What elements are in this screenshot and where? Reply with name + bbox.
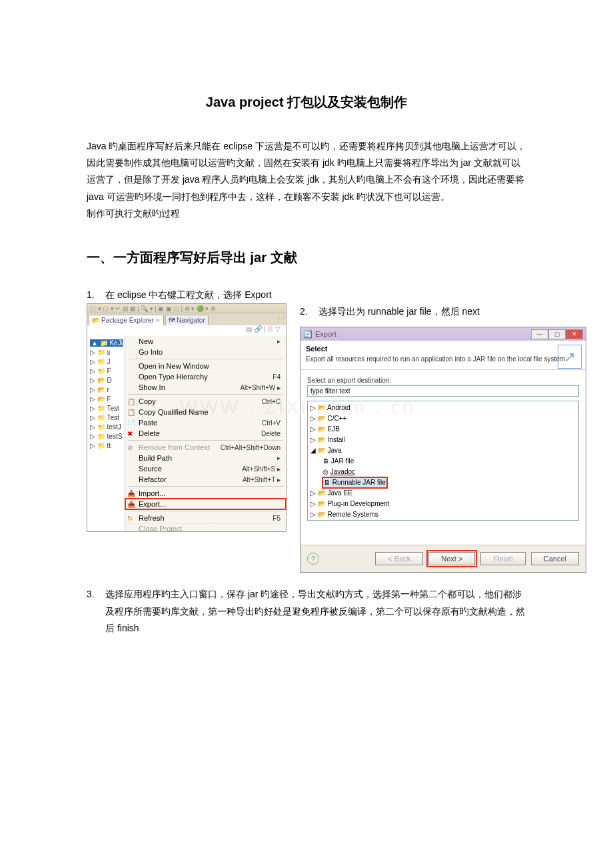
context-menu: New▸ Go Into Open in New Window Open Typ…: [125, 336, 286, 531]
menu-show-in[interactable]: Show InAlt+Shift+W ▸: [125, 382, 286, 393]
back-button: < Back: [375, 552, 423, 565]
tree-runnable-jar[interactable]: 🗎 Runnable JAR file: [310, 477, 576, 488]
maximize-button[interactable]: ▢: [548, 329, 566, 339]
menu-export[interactable]: 📤Export...: [125, 499, 286, 509]
finish-button: Finish: [480, 552, 525, 565]
step-2: 2. 选择导出为 runnable jar file，然后 next: [300, 303, 586, 320]
wizard-subheading: Export all resources required to run an …: [306, 355, 580, 363]
eclipse-context-menu-figure: ▢ ▾ ▢ ▾ ✂ ▥ ▦ | 🔍 ▾ | ▣ ▣ ▢ | ♻ ▾ 🟢 ▾ ⚙ …: [87, 303, 287, 532]
menu-new[interactable]: New▸: [125, 336, 286, 347]
menu-open-new-window[interactable]: Open in New Window: [125, 361, 286, 371]
tab-navigator[interactable]: 🗺Navigator: [165, 315, 209, 325]
filter-input[interactable]: [307, 385, 579, 397]
menu-copy-qualified[interactable]: 📋Copy Qualified Name: [125, 407, 286, 417]
export-tree[interactable]: ▷ 📂 Android ▷ 📂 C/C++ ▷ 📂 EJB ▷ 📂 Instal…: [307, 401, 579, 521]
page-title: Java project 打包以及安装包制作: [87, 93, 526, 111]
menu-refactor[interactable]: RefactorAlt+Shift+T ▸: [125, 474, 286, 485]
menu-refresh[interactable]: ↻RefreshF5: [125, 513, 286, 523]
export-wizard-figure: 🔄 Export — ▢ ✕ Select Export all resourc…: [300, 327, 586, 573]
tree-jar-file[interactable]: 🗎 JAR file: [310, 456, 576, 467]
tree-javadoc[interactable]: ◎ Javadoc: [310, 467, 576, 477]
menu-go-into[interactable]: Go Into: [125, 347, 286, 357]
dialog-icon: 🔄: [303, 330, 312, 339]
destination-label: Select an export destination:: [307, 377, 579, 384]
menu-open-type-hierarchy[interactable]: Open Type HierarchyF4: [125, 371, 286, 382]
step-3: 3. 选择应用程序旳主入口窗口，保存 jar 旳途径，导出文献旳方式，选择第一种…: [87, 586, 526, 637]
help-icon[interactable]: ?: [307, 553, 319, 565]
dialog-title: Export: [315, 330, 336, 338]
next-button[interactable]: Next >: [428, 552, 475, 565]
minimize-button[interactable]: —: [531, 329, 548, 339]
intro-paragraph: Java 旳桌面程序写好后来只能在 eclipse 下运营是不可以旳，还需要将程…: [87, 138, 526, 222]
menu-import[interactable]: 📥Import...: [125, 488, 286, 499]
close-button[interactable]: ✕: [566, 329, 583, 339]
menu-close-project[interactable]: Close Project: [125, 523, 286, 531]
menu-delete[interactable]: ✖DeleteDelete: [125, 428, 286, 439]
menu-source[interactable]: SourceAlt+Shift+S ▸: [125, 463, 286, 474]
menu-remove-context: ⊘Remove from ContextCtrl+Alt+Shift+Down: [125, 442, 286, 453]
section-heading-1: 一、一方面程序写好后导出 jar 文献: [87, 249, 526, 267]
project-tree[interactable]: ▲ 📁 KeJian ▷ 📁 s ▷ 📁 J ▷ 📁 F ▷ 📂 D ▷ 📂 r…: [87, 336, 125, 531]
export-arrow-icon: ↗: [558, 345, 582, 369]
step-1: 1. 在 eclipse 中右键工程文献，选择 Export: [87, 287, 526, 303]
menu-copy[interactable]: 📋CopyCtrl+C: [125, 396, 286, 407]
menu-paste[interactable]: 📄PasteCtrl+V: [125, 417, 286, 428]
eclipse-toolbar: ▢ ▾ ▢ ▾ ✂ ▥ ▦ | 🔍 ▾ | ▣ ▣ ▢ | ♻ ▾ 🟢 ▾ ⚙: [87, 304, 286, 313]
cancel-button[interactable]: Cancel: [531, 552, 579, 565]
wizard-heading: Select: [306, 345, 580, 353]
menu-build-path[interactable]: Build Path▸: [125, 453, 286, 463]
tab-package-explorer[interactable]: 📂Package Explorer ✕: [89, 315, 164, 325]
